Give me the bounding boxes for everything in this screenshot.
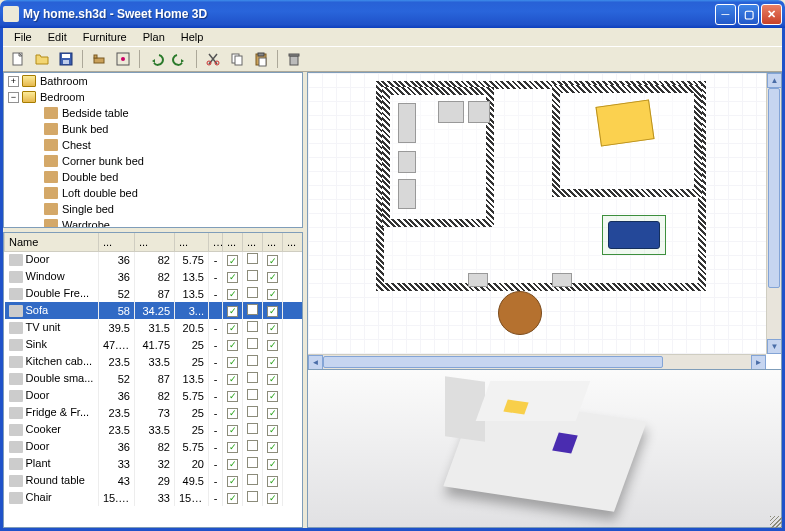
tree-item[interactable]: Bedside table — [4, 105, 302, 121]
column-header[interactable]: ... — [263, 233, 283, 251]
new-file-icon[interactable] — [7, 48, 29, 70]
checkbox-icon[interactable]: ✓ — [227, 323, 238, 334]
titlebar[interactable]: My home.sh3d - Sweet Home 3D ─ ▢ ✕ — [0, 0, 785, 28]
table-row[interactable]: TV unit39.531.520.5-✓✓ — [5, 319, 303, 336]
column-header[interactable]: ... — [209, 233, 223, 251]
column-header[interactable]: ... — [99, 233, 135, 251]
plan-cabinet[interactable] — [398, 151, 416, 173]
checkbox-icon[interactable]: ✓ — [267, 408, 278, 419]
checkbox-icon[interactable]: ✓ — [267, 323, 278, 334]
table-row[interactable]: Chair15.753315.75-✓✓ — [5, 489, 303, 506]
scroll-right-icon[interactable]: ► — [751, 355, 766, 370]
menu-plan[interactable]: Plan — [136, 30, 172, 44]
table-row[interactable]: Double sma...528713.5-✓✓ — [5, 370, 303, 387]
checkbox-icon[interactable]: ✓ — [267, 476, 278, 487]
checkbox-icon[interactable] — [247, 270, 258, 281]
checkbox-icon[interactable]: ✓ — [267, 340, 278, 351]
checkbox-icon[interactable]: ✓ — [227, 425, 238, 436]
plan-bed[interactable] — [595, 99, 654, 146]
tree-item[interactable]: Bunk bed — [4, 121, 302, 137]
table-row[interactable]: Double Fre...528713.5-✓✓ — [5, 285, 303, 302]
scroll-left-icon[interactable]: ◄ — [308, 355, 323, 370]
save-icon[interactable] — [55, 48, 77, 70]
hscroll-thumb[interactable] — [323, 356, 663, 368]
checkbox-icon[interactable]: ✓ — [227, 357, 238, 368]
checkbox-icon[interactable]: ✓ — [227, 442, 238, 453]
tree-folder[interactable]: +Bathroom — [4, 73, 302, 89]
column-header[interactable]: ... — [283, 233, 303, 251]
menu-help[interactable]: Help — [174, 30, 211, 44]
plan-fridge[interactable] — [398, 103, 416, 143]
checkbox-icon[interactable]: ✓ — [267, 357, 278, 368]
copy-icon[interactable] — [226, 48, 248, 70]
table-row[interactable]: Kitchen cab...23.533.525-✓✓ — [5, 353, 303, 370]
table-row[interactable]: Round table432949.5-✓✓ — [5, 472, 303, 489]
column-header[interactable]: ... — [243, 233, 263, 251]
checkbox-icon[interactable] — [247, 491, 258, 502]
checkbox-icon[interactable]: ✓ — [267, 425, 278, 436]
column-header[interactable]: Name — [5, 233, 99, 251]
furniture-table[interactable]: Name........................ Door36825.7… — [3, 232, 303, 528]
column-header[interactable]: ... — [223, 233, 243, 251]
tree-toggle-icon[interactable]: + — [8, 76, 19, 87]
delete-icon[interactable] — [283, 48, 305, 70]
resize-grip[interactable] — [770, 516, 782, 528]
checkbox-icon[interactable]: ✓ — [227, 493, 238, 504]
tree-folder[interactable]: −Bedroom — [4, 89, 302, 105]
column-header[interactable]: ... — [135, 233, 175, 251]
tree-item[interactable]: Wardrobe — [4, 217, 302, 228]
checkbox-icon[interactable] — [247, 355, 258, 366]
menu-edit[interactable]: Edit — [41, 30, 74, 44]
close-button[interactable]: ✕ — [761, 4, 782, 25]
open-file-icon[interactable] — [31, 48, 53, 70]
checkbox-icon[interactable]: ✓ — [227, 476, 238, 487]
checkbox-icon[interactable] — [247, 423, 258, 434]
menu-furniture[interactable]: Furniture — [76, 30, 134, 44]
undo-icon[interactable] — [145, 48, 167, 70]
menu-file[interactable]: File — [7, 30, 39, 44]
table-row[interactable]: Cooker23.533.525-✓✓ — [5, 421, 303, 438]
plan-view[interactable]: ▲ ▼ ◄ ► — [307, 72, 782, 370]
checkbox-icon[interactable]: ✓ — [267, 289, 278, 300]
plan-vscroll[interactable]: ▲ ▼ — [766, 73, 781, 354]
checkbox-icon[interactable] — [247, 440, 258, 451]
redo-icon[interactable] — [169, 48, 191, 70]
table-row[interactable]: Door36825.75-✓✓ — [5, 438, 303, 455]
scroll-down-icon[interactable]: ▼ — [767, 339, 782, 354]
checkbox-icon[interactable]: ✓ — [267, 459, 278, 470]
import-icon[interactable] — [112, 48, 134, 70]
table-row[interactable]: Door36825.75-✓✓ — [5, 387, 303, 404]
checkbox-icon[interactable]: ✓ — [267, 374, 278, 385]
checkbox-icon[interactable]: ✓ — [267, 272, 278, 283]
checkbox-icon[interactable]: ✓ — [227, 340, 238, 351]
checkbox-icon[interactable] — [247, 474, 258, 485]
checkbox-icon[interactable] — [247, 287, 258, 298]
plan-tvunit[interactable] — [552, 273, 572, 287]
checkbox-icon[interactable] — [247, 457, 258, 468]
column-header[interactable]: ... — [175, 233, 209, 251]
plan-chair1[interactable] — [468, 273, 488, 287]
checkbox-icon[interactable]: ✓ — [267, 391, 278, 402]
cut-icon[interactable] — [202, 48, 224, 70]
preview-3d[interactable] — [307, 370, 782, 528]
plan-cooker[interactable] — [398, 179, 416, 209]
tree-item[interactable]: Single bed — [4, 201, 302, 217]
table-row[interactable]: Fridge & Fr...23.57325-✓✓ — [5, 404, 303, 421]
vscroll-thumb[interactable] — [768, 88, 780, 288]
checkbox-icon[interactable]: ✓ — [227, 374, 238, 385]
add-furniture-icon[interactable] — [88, 48, 110, 70]
checkbox-icon[interactable] — [247, 338, 258, 349]
scroll-up-icon[interactable]: ▲ — [767, 73, 782, 88]
checkbox-icon[interactable]: ✓ — [227, 272, 238, 283]
checkbox-icon[interactable]: ✓ — [227, 255, 238, 266]
table-row[interactable]: Plant333220-✓✓ — [5, 455, 303, 472]
checkbox-icon[interactable]: ✓ — [227, 306, 238, 317]
plan-table[interactable] — [498, 291, 542, 335]
tree-item[interactable]: Loft double bed — [4, 185, 302, 201]
tree-toggle-icon[interactable]: − — [8, 92, 19, 103]
checkbox-icon[interactable]: ✓ — [267, 493, 278, 504]
checkbox-icon[interactable] — [247, 389, 258, 400]
table-row[interactable]: Window368213.5-✓✓ — [5, 268, 303, 285]
paste-icon[interactable] — [250, 48, 272, 70]
checkbox-icon[interactable]: ✓ — [267, 442, 278, 453]
